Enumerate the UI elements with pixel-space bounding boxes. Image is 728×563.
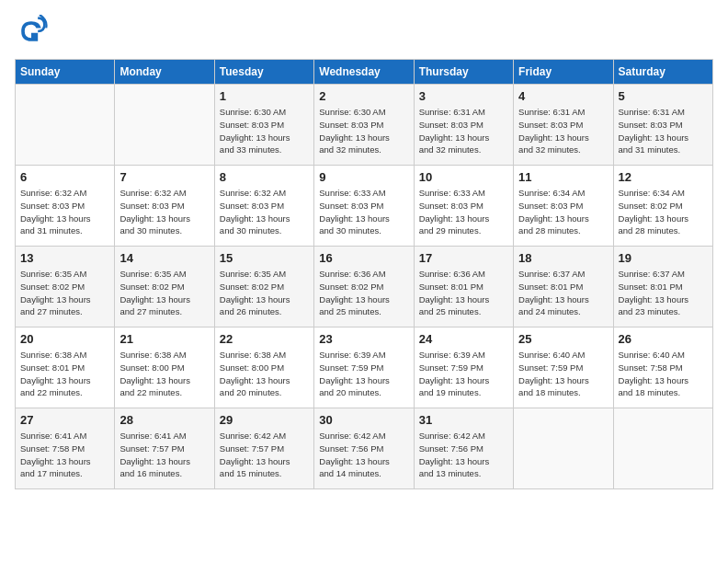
calendar-cell: 27Sunrise: 6:41 AM Sunset: 7:58 PM Dayli… — [16, 408, 115, 489]
day-number: 31 — [419, 413, 508, 427]
calendar-cell: 29Sunrise: 6:42 AM Sunset: 7:57 PM Dayli… — [214, 408, 313, 489]
calendar-cell: 30Sunrise: 6:42 AM Sunset: 7:56 PM Dayli… — [314, 408, 414, 489]
day-info: Sunrise: 6:38 AM Sunset: 8:01 PM Dayligh… — [20, 349, 109, 399]
day-info: Sunrise: 6:42 AM Sunset: 7:56 PM Dayligh… — [419, 430, 508, 480]
day-number: 5 — [619, 89, 708, 103]
day-info: Sunrise: 6:30 AM Sunset: 8:03 PM Dayligh… — [220, 106, 309, 156]
day-info: Sunrise: 6:35 AM Sunset: 8:02 PM Dayligh… — [20, 268, 109, 318]
day-number: 13 — [20, 251, 109, 265]
calendar-cell: 8Sunrise: 6:32 AM Sunset: 8:03 PM Daylig… — [214, 166, 313, 247]
day-number: 25 — [518, 332, 608, 346]
day-number: 20 — [20, 332, 109, 346]
day-number: 26 — [619, 332, 708, 346]
calendar-cell: 1Sunrise: 6:30 AM Sunset: 8:03 PM Daylig… — [214, 85, 313, 166]
calendar-cell — [115, 85, 214, 166]
calendar-cell: 23Sunrise: 6:39 AM Sunset: 7:59 PM Dayli… — [314, 327, 414, 408]
day-number: 23 — [319, 332, 408, 346]
day-info: Sunrise: 6:36 AM Sunset: 8:01 PM Dayligh… — [419, 268, 508, 318]
calendar-cell — [514, 408, 613, 489]
day-info: Sunrise: 6:32 AM Sunset: 8:03 PM Dayligh… — [20, 187, 109, 237]
page-header — [15, 15, 713, 48]
day-number: 17 — [419, 251, 508, 265]
calendar-cell: 10Sunrise: 6:33 AM Sunset: 8:03 PM Dayli… — [414, 166, 513, 247]
calendar-cell: 26Sunrise: 6:40 AM Sunset: 7:58 PM Dayli… — [613, 327, 712, 408]
calendar-cell: 13Sunrise: 6:35 AM Sunset: 8:02 PM Dayli… — [16, 247, 115, 327]
logo-icon — [15, 15, 48, 48]
calendar-cell: 7Sunrise: 6:32 AM Sunset: 8:03 PM Daylig… — [115, 166, 214, 247]
calendar-cell: 28Sunrise: 6:41 AM Sunset: 7:57 PM Dayli… — [115, 408, 214, 489]
day-info: Sunrise: 6:42 AM Sunset: 7:56 PM Dayligh… — [319, 430, 408, 480]
day-number: 18 — [518, 251, 608, 265]
calendar-cell: 21Sunrise: 6:38 AM Sunset: 8:00 PM Dayli… — [115, 327, 214, 408]
day-info: Sunrise: 6:33 AM Sunset: 8:03 PM Dayligh… — [319, 187, 408, 237]
day-info: Sunrise: 6:42 AM Sunset: 7:57 PM Dayligh… — [220, 430, 309, 480]
calendar-week-row: 6Sunrise: 6:32 AM Sunset: 8:03 PM Daylig… — [16, 166, 713, 247]
day-number: 6 — [20, 170, 109, 184]
day-info: Sunrise: 6:31 AM Sunset: 8:03 PM Dayligh… — [518, 106, 608, 156]
day-info: Sunrise: 6:39 AM Sunset: 7:59 PM Dayligh… — [319, 349, 408, 399]
calendar-cell: 18Sunrise: 6:37 AM Sunset: 8:01 PM Dayli… — [514, 247, 613, 327]
calendar-cell: 19Sunrise: 6:37 AM Sunset: 8:01 PM Dayli… — [613, 247, 712, 327]
calendar-week-row: 13Sunrise: 6:35 AM Sunset: 8:02 PM Dayli… — [16, 247, 713, 327]
calendar-cell: 15Sunrise: 6:35 AM Sunset: 8:02 PM Dayli… — [214, 247, 313, 327]
day-number: 8 — [220, 170, 309, 184]
day-info: Sunrise: 6:36 AM Sunset: 8:02 PM Dayligh… — [319, 268, 408, 318]
weekday-header: Friday — [514, 60, 613, 85]
weekday-header: Thursday — [414, 60, 513, 85]
calendar-cell: 20Sunrise: 6:38 AM Sunset: 8:01 PM Dayli… — [16, 327, 115, 408]
calendar-week-row: 1Sunrise: 6:30 AM Sunset: 8:03 PM Daylig… — [16, 85, 713, 166]
day-number: 30 — [319, 413, 408, 427]
day-info: Sunrise: 6:40 AM Sunset: 7:58 PM Dayligh… — [619, 349, 708, 399]
calendar-week-row: 27Sunrise: 6:41 AM Sunset: 7:58 PM Dayli… — [16, 408, 713, 489]
day-number: 11 — [518, 170, 608, 184]
calendar-cell: 22Sunrise: 6:38 AM Sunset: 8:00 PM Dayli… — [214, 327, 313, 408]
calendar-cell: 3Sunrise: 6:31 AM Sunset: 8:03 PM Daylig… — [414, 85, 513, 166]
day-number: 12 — [619, 170, 708, 184]
day-info: Sunrise: 6:32 AM Sunset: 8:03 PM Dayligh… — [220, 187, 309, 237]
day-info: Sunrise: 6:37 AM Sunset: 8:01 PM Dayligh… — [619, 268, 708, 318]
weekday-header: Tuesday — [214, 60, 313, 85]
day-number: 15 — [220, 251, 309, 265]
logo — [15, 15, 53, 48]
day-info: Sunrise: 6:34 AM Sunset: 8:03 PM Dayligh… — [518, 187, 608, 237]
day-info: Sunrise: 6:41 AM Sunset: 7:57 PM Dayligh… — [119, 430, 209, 480]
day-number: 22 — [220, 332, 309, 346]
day-number: 16 — [319, 251, 408, 265]
calendar-cell: 6Sunrise: 6:32 AM Sunset: 8:03 PM Daylig… — [16, 166, 115, 247]
weekday-header-row: SundayMondayTuesdayWednesdayThursdayFrid… — [16, 60, 713, 85]
calendar-cell: 12Sunrise: 6:34 AM Sunset: 8:02 PM Dayli… — [613, 166, 712, 247]
calendar-cell: 16Sunrise: 6:36 AM Sunset: 8:02 PM Dayli… — [314, 247, 414, 327]
day-info: Sunrise: 6:40 AM Sunset: 7:59 PM Dayligh… — [518, 349, 608, 399]
weekday-header: Wednesday — [314, 60, 414, 85]
day-number: 14 — [119, 251, 209, 265]
day-info: Sunrise: 6:33 AM Sunset: 8:03 PM Dayligh… — [419, 187, 508, 237]
weekday-header: Saturday — [613, 60, 712, 85]
day-number: 9 — [319, 170, 408, 184]
day-info: Sunrise: 6:31 AM Sunset: 8:03 PM Dayligh… — [419, 106, 508, 156]
day-info: Sunrise: 6:38 AM Sunset: 8:00 PM Dayligh… — [220, 349, 309, 399]
calendar-cell: 2Sunrise: 6:30 AM Sunset: 8:03 PM Daylig… — [314, 85, 414, 166]
day-info: Sunrise: 6:35 AM Sunset: 8:02 PM Dayligh… — [119, 268, 209, 318]
day-info: Sunrise: 6:35 AM Sunset: 8:02 PM Dayligh… — [220, 268, 309, 318]
day-number: 21 — [119, 332, 209, 346]
weekday-header: Sunday — [16, 60, 115, 85]
calendar-cell: 5Sunrise: 6:31 AM Sunset: 8:03 PM Daylig… — [613, 85, 712, 166]
day-number: 24 — [419, 332, 508, 346]
calendar-cell: 11Sunrise: 6:34 AM Sunset: 8:03 PM Dayli… — [514, 166, 613, 247]
calendar-cell: 17Sunrise: 6:36 AM Sunset: 8:01 PM Dayli… — [414, 247, 513, 327]
day-number: 10 — [419, 170, 508, 184]
calendar-cell: 4Sunrise: 6:31 AM Sunset: 8:03 PM Daylig… — [514, 85, 613, 166]
calendar-week-row: 20Sunrise: 6:38 AM Sunset: 8:01 PM Dayli… — [16, 327, 713, 408]
calendar-table: SundayMondayTuesdayWednesdayThursdayFrid… — [15, 59, 713, 489]
day-info: Sunrise: 6:37 AM Sunset: 8:01 PM Dayligh… — [518, 268, 608, 318]
day-info: Sunrise: 6:41 AM Sunset: 7:58 PM Dayligh… — [20, 430, 109, 480]
calendar-cell — [613, 408, 712, 489]
day-number: 28 — [119, 413, 209, 427]
calendar-cell: 25Sunrise: 6:40 AM Sunset: 7:59 PM Dayli… — [514, 327, 613, 408]
day-info: Sunrise: 6:39 AM Sunset: 7:59 PM Dayligh… — [419, 349, 508, 399]
day-number: 7 — [119, 170, 209, 184]
day-number: 27 — [20, 413, 109, 427]
calendar-cell: 31Sunrise: 6:42 AM Sunset: 7:56 PM Dayli… — [414, 408, 513, 489]
day-number: 3 — [419, 89, 508, 103]
weekday-header: Monday — [115, 60, 214, 85]
